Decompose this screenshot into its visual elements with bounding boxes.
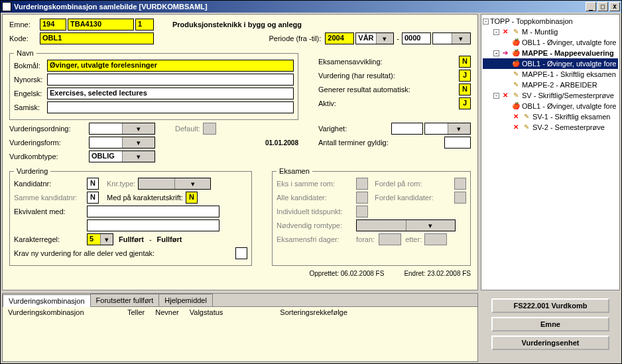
- eksfri-label: Eksamensfri dager:: [277, 235, 356, 243]
- tree-item[interactable]: -TOPP - Toppkombinasjon: [483, 16, 618, 27]
- tree-item[interactable]: ✎MAPPE-1 - Skriftlig eksamen: [483, 69, 618, 80]
- btn-fs222[interactable]: FS222.001 Vurdkomb: [491, 298, 609, 313]
- nynorsk-field[interactable]: [47, 74, 294, 86]
- karregel-txt1: Fullført: [119, 235, 144, 243]
- chevron-down-icon: ▾: [174, 178, 211, 189]
- tree-item[interactable]: -➔🍎MAPPE - Mappeevaluering: [483, 48, 618, 58]
- periode-from-year[interactable]: 2004: [325, 32, 354, 44]
- default-label: Default:: [175, 125, 200, 133]
- medkar-field[interactable]: N: [186, 192, 198, 204]
- emne-field-3[interactable]: 1: [135, 19, 154, 30]
- tree-item[interactable]: ✕✎SV-2 - Semesterprøve: [483, 122, 618, 133]
- tree-item[interactable]: ✕✎SV-1 - Skriftlig eksamen: [483, 111, 618, 122]
- genres-label: Generer resultat automatisk:: [318, 86, 459, 93]
- fordelkand-field: [454, 192, 466, 204]
- tree-item[interactable]: ✎MAPPE-2 - ARBEIDER: [483, 80, 618, 90]
- vurdkombtype-label: Vurdkombtype:: [9, 152, 89, 160]
- tab-forutsetter[interactable]: Forutsetter fullført: [90, 294, 160, 306]
- tab-hjelpemiddel[interactable]: Hjelpemiddel: [158, 294, 213, 306]
- etter-label: etter:: [405, 235, 422, 243]
- kode-label: Kode:: [9, 34, 40, 42]
- krav-label: Krav ny vurdering for alle deler ved gje…: [14, 249, 235, 257]
- engelsk-field[interactable]: Exercises, selected lectures: [47, 88, 294, 99]
- maximize-button[interactable]: □: [597, 2, 608, 11]
- vurdering-fieldset: Vurdering Kandidatnr:NKnr.type:▾ Samme k…: [9, 167, 252, 266]
- aktiv-field[interactable]: J: [459, 97, 471, 109]
- samisk-label: Samisk:: [14, 103, 47, 111]
- varighet-combo[interactable]: ▾: [424, 123, 471, 135]
- minimize-button[interactable]: _: [586, 2, 596, 11]
- navn-legend: Navn: [14, 49, 36, 57]
- col-vurdkomb: Vurderingskombinasjon: [3, 308, 122, 316]
- column-headers: Vurderingskombinasjon Teller Nevner Valg…: [3, 307, 477, 318]
- antterm-field[interactable]: [444, 137, 471, 149]
- karregel-txt2: Fullført: [157, 235, 182, 243]
- karregel-dash: -: [149, 235, 152, 243]
- kandnr-field[interactable]: N: [87, 178, 99, 190]
- ekv-label: Ekvivalent med:: [14, 208, 87, 215]
- engelsk-label: Engelsk:: [14, 90, 47, 97]
- bokmal-field[interactable]: Øvinger, utvalgte forelesninger: [47, 60, 294, 72]
- ekssamme-label: Eks i samme rom:: [277, 180, 356, 188]
- chevron-down-icon: ▾: [122, 123, 155, 134]
- vurdering-legend: Vurdering: [14, 167, 50, 175]
- genres-field[interactable]: N: [459, 84, 471, 95]
- vurdres-field[interactable]: J: [459, 70, 471, 82]
- col-teller: Teller: [122, 308, 150, 316]
- vurdres-label: Vurdering (har resultat):: [318, 72, 459, 80]
- btn-emne[interactable]: Emne: [491, 317, 609, 332]
- eksavv-field[interactable]: N: [459, 56, 471, 68]
- tree-item[interactable]: -✕✎M - Muntlig: [483, 27, 618, 37]
- eksamen-legend: Eksamen: [277, 167, 312, 175]
- endret-stamp: Endret: 23.02.2008 FS: [404, 270, 471, 277]
- btn-vurderingsenhet[interactable]: Vurderingsenhet: [491, 335, 609, 350]
- vurdkombtype-combo[interactable]: OBLIG▾: [89, 151, 155, 162]
- chevron-down-icon: ▾: [376, 33, 394, 44]
- varighet-field[interactable]: [391, 123, 423, 135]
- knrtype-combo: ▾: [138, 178, 211, 190]
- knrtype-label: Knr.type:: [107, 180, 135, 188]
- periode-to-year[interactable]: 0000: [402, 32, 431, 44]
- periode-label: Periode (fra -til):: [269, 34, 321, 42]
- allekand-label: Alle kandidater:: [277, 194, 356, 202]
- samisk-field[interactable]: [47, 101, 294, 113]
- periode-from-term[interactable]: VÅR▾: [355, 32, 394, 44]
- foran-field: [379, 233, 401, 245]
- emne-label: Emne:: [9, 21, 40, 29]
- emne-field-2[interactable]: TBA4130: [68, 19, 134, 30]
- title-bar: Vurderingskombinasjon samlebilde [VURDKO…: [1, 1, 621, 13]
- tree-item[interactable]: 🍎OBL1 - Øvinger, utvalgte fore: [483, 58, 618, 69]
- opprettet-stamp: Opprettet: 06.02.2008 FS: [310, 270, 385, 277]
- tab-vurdkomb[interactable]: Vurderingskombinasjon: [3, 294, 91, 307]
- aktiv-label: Aktiv:: [318, 99, 459, 107]
- kode-field[interactable]: OBL1: [40, 32, 154, 44]
- tree-view[interactable]: -TOPP - Toppkombinasjon-✕✎M - Muntlig🍎OB…: [481, 14, 620, 290]
- periode-to-term[interactable]: ▾: [432, 32, 471, 44]
- tab-bar: Vurderingskombinasjon Forutsetter fullfø…: [3, 294, 477, 306]
- ekv-field[interactable]: [87, 206, 219, 217]
- kandnr-label: Kandidatnr:: [14, 180, 87, 188]
- chevron-down-icon: ▾: [100, 234, 113, 245]
- indtid-field: [356, 206, 368, 217]
- chevron-down-icon: ▾: [448, 123, 471, 134]
- tree-item[interactable]: 🍎OBL1 - Øvinger, utvalgte fore: [483, 37, 618, 48]
- tree-item[interactable]: 🍎OBL1 - Øvinger, utvalgte fore: [483, 101, 618, 111]
- karregel-combo[interactable]: 5▾: [87, 233, 113, 245]
- nodrom-label: Nødvendig romtype:: [277, 221, 356, 229]
- ekv-field-2[interactable]: [87, 219, 219, 231]
- close-button[interactable]: x: [609, 2, 620, 11]
- default-field: [203, 123, 216, 135]
- sammekand-field[interactable]: N: [87, 192, 99, 204]
- navn-fieldset: Navn Bokmål:Øvinger, utvalgte forelesnin…: [9, 49, 298, 120]
- tree-item[interactable]: -✕✎SV - Skriftlig/Semesterprøve: [483, 90, 618, 101]
- varighet-label: Varighet:: [318, 125, 391, 133]
- krav-field[interactable]: [235, 247, 247, 259]
- emne-field-1[interactable]: 194: [40, 19, 66, 30]
- vurdform-combo[interactable]: ▾: [89, 137, 155, 149]
- nynorsk-label: Nynorsk:: [14, 76, 47, 84]
- fordelrom-field: [454, 178, 466, 190]
- app-icon: [2, 2, 11, 11]
- allekand-field: [356, 192, 368, 204]
- vurdord-combo[interactable]: ▾: [89, 123, 155, 135]
- eksamen-fieldset: Eksamen Eks i samme rom:Fordel på rom: A…: [272, 167, 471, 266]
